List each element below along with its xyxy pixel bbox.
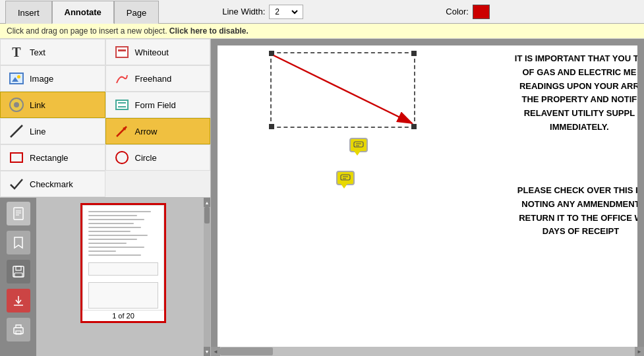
svg-rect-8 — [16, 266, 21, 270]
svg-line-0 — [11, 125, 22, 137]
h-scroll-handle[interactable] — [220, 347, 273, 355]
circle-icon — [114, 150, 130, 165]
line-width-label: Line Width: — [222, 7, 265, 16]
content-area: IT IS IMPORTANT THAT YOU TA OF GAS AND E… — [211, 39, 644, 356]
tool-formfield[interactable]: Form Field — [105, 92, 211, 118]
tool-whiteout[interactable]: Whiteout — [105, 39, 211, 65]
tool-whiteout-label: Whiteout — [135, 47, 169, 57]
document-text-top: IT IS IMPORTANT THAT YOU TA OF GAS AND E… — [515, 52, 637, 134]
freehand-icon — [114, 71, 130, 86]
color-group: Color: — [446, 5, 490, 19]
info-link[interactable]: Click here to disable. — [169, 26, 249, 36]
tool-image-label: Image — [30, 74, 53, 84]
left-panel: T Text Whiteout — [0, 39, 211, 356]
tool-image[interactable]: Image — [0, 65, 105, 92]
tool-formfield-label: Form Field — [135, 100, 176, 110]
scroll-track — [204, 207, 210, 347]
sidebar-icon-print[interactable] — [7, 318, 30, 341]
toolbar: Insert Annotate Page Line Width: 2134 Co… — [0, 0, 644, 24]
tool-line[interactable]: Line — [0, 118, 105, 144]
tool-link[interactable]: Link — [0, 92, 105, 118]
sidebar-icon-download[interactable] — [7, 289, 30, 312]
tool-arrow[interactable]: Arrow — [105, 118, 211, 144]
arrow-drawing — [270, 52, 422, 131]
thumb-panel: ▲ — [36, 198, 210, 356]
chat-bubble-2[interactable] — [336, 171, 355, 185]
tools-grid: T Text Whiteout — [0, 39, 210, 198]
thumbnail-label: 1 of 20 — [82, 311, 164, 321]
chat-bubble-1[interactable] — [349, 138, 368, 152]
sidebar-icon-bookmarks[interactable] — [7, 231, 30, 254]
h-scroll-track — [220, 347, 635, 356]
tool-freehand[interactable]: Freehand — [105, 65, 211, 92]
tool-line-label: Line — [30, 127, 46, 136]
page-view: IT IS IMPORTANT THAT YOU TA OF GAS AND E… — [211, 39, 644, 347]
tool-freehand-label: Freehand — [135, 74, 172, 84]
toolbar-tabs: Insert Annotate Page — [5, 0, 159, 23]
svg-rect-18 — [341, 175, 350, 180]
tool-checkmark[interactable]: Checkmark — [0, 171, 105, 197]
line-width-select[interactable]: 2134 — [269, 5, 303, 19]
tool-rectangle[interactable]: Rectangle — [0, 144, 105, 171]
sidebar-icon-pages[interactable] — [7, 202, 30, 225]
link-icon — [9, 97, 24, 113]
tool-rectangle-label: Rectangle — [30, 153, 69, 163]
scroll-up-arrow[interactable]: ▲ — [204, 198, 210, 207]
document-page: IT IS IMPORTANT THAT YOU TA OF GAS AND E… — [218, 45, 637, 347]
tab-page[interactable]: Page — [114, 1, 159, 24]
tool-circle[interactable]: Circle — [105, 144, 211, 171]
whiteout-icon — [114, 44, 130, 60]
line-icon — [9, 123, 24, 139]
scroll-right-btn[interactable]: ► — [635, 347, 644, 356]
scroll-left-btn[interactable]: ◄ — [211, 347, 220, 356]
document-text-bottom: PLEASE CHECK OVER THIS IN NOTING ANY AMM… — [517, 184, 637, 239]
thumbnail-lines — [83, 206, 163, 311]
image-icon — [9, 71, 24, 86]
svg-line-14 — [274, 55, 412, 123]
rectangle-icon — [9, 150, 24, 165]
sidebar-left — [0, 198, 36, 356]
color-picker[interactable] — [473, 5, 490, 19]
line-width-group: Line Width: 2134 — [222, 5, 303, 19]
scroll-down-arrow[interactable]: ▼ — [204, 347, 210, 356]
checkmark-icon — [9, 176, 24, 192]
info-text: Click and drag on page to insert a new o… — [7, 26, 169, 36]
formfield-icon — [114, 97, 130, 113]
tab-insert[interactable]: Insert — [5, 1, 52, 24]
main-area: T Text Whiteout — [0, 39, 644, 356]
thumbnail-1[interactable]: 1 of 20 — [80, 203, 166, 323]
sidebar-thumbs: ▲ — [0, 198, 210, 356]
tool-circle-label: Circle — [135, 153, 157, 163]
info-bar: Click and drag on page to insert a new o… — [0, 24, 644, 39]
color-label: Color: — [446, 7, 469, 16]
line-width-dropdown[interactable]: 2134 — [272, 7, 300, 17]
h-scrollbar: ◄ ► — [211, 347, 644, 356]
svg-rect-3 — [14, 208, 23, 220]
sidebar-icon-save[interactable] — [7, 260, 30, 283]
tool-text[interactable]: T Text — [0, 39, 105, 65]
tool-link-label: Link — [30, 100, 45, 110]
tool-checkmark-label: Checkmark — [30, 179, 73, 189]
tool-arrow-label: Arrow — [135, 127, 158, 136]
svg-rect-9 — [15, 273, 22, 277]
tab-annotate[interactable]: Annotate — [52, 1, 114, 24]
arrow-icon — [114, 123, 130, 139]
svg-rect-15 — [354, 142, 363, 147]
selection-area — [270, 52, 415, 128]
text-icon: T — [9, 44, 24, 60]
thumbnail-image — [82, 205, 164, 311]
scroll-handle[interactable] — [204, 207, 210, 223]
tool-text-label: Text — [30, 47, 45, 57]
